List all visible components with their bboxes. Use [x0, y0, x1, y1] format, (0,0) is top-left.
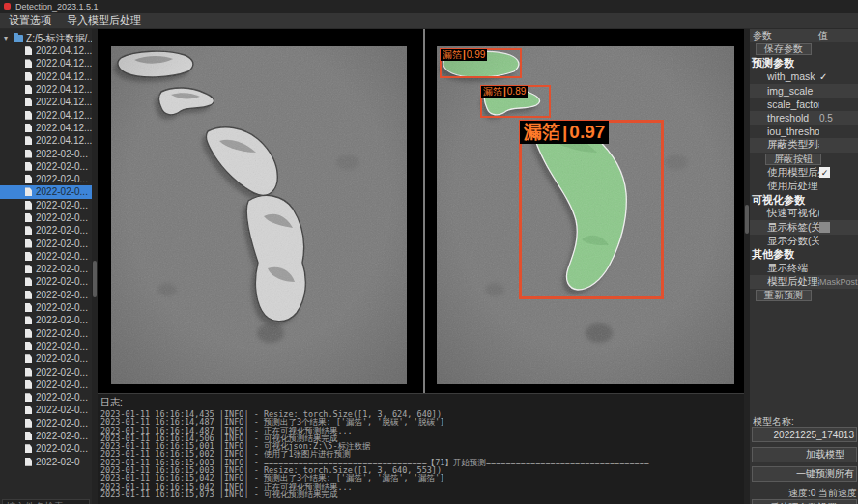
- tree-item-label: 2022-02-0...: [36, 225, 88, 236]
- detection-class: 漏箔: [524, 121, 560, 144]
- tree-item[interactable]: 2022.04.12...: [0, 70, 92, 83]
- tree-item[interactable]: 2022-02-0...: [0, 327, 92, 340]
- filename-search-input[interactable]: [2, 499, 90, 504]
- tree-item[interactable]: 2022.04.12...: [0, 57, 92, 70]
- tree-item[interactable]: 2022-02-0...: [0, 211, 92, 224]
- tree-item[interactable]: 2022-02-0...: [0, 365, 92, 378]
- tree-item[interactable]: 2022-02-0...: [0, 301, 92, 314]
- folder-icon: [14, 35, 23, 42]
- tree-item[interactable]: 2022.04.12...: [0, 83, 92, 96]
- tree-item[interactable]: 2022-02-0...: [0, 340, 92, 352]
- param-row[interactable]: with_mask✓: [750, 70, 858, 83]
- tree-scrollbar-thumb[interactable]: [93, 261, 97, 297]
- param-row[interactable]: 使用模型后处理✓: [750, 166, 858, 180]
- tree-item[interactable]: 2022-02-0...: [0, 417, 92, 430]
- file-icon: [25, 458, 32, 466]
- image-panel-divider[interactable]: [423, 29, 425, 393]
- param-button[interactable]: 重新预测: [756, 290, 812, 301]
- param-label: 显示终端: [750, 262, 819, 275]
- tree-item[interactable]: 2022-02-0...: [0, 173, 92, 185]
- tree-root-item[interactable]: ▾ Z:/5-标注数据/...: [0, 32, 92, 44]
- tree-item-label: 2022-02-0...: [36, 200, 88, 210]
- tree-item[interactable]: 2022-02-0...: [0, 160, 92, 173]
- predict-all-button[interactable]: 一键预测所有: [752, 466, 857, 482]
- tree-item[interactable]: 2022.04.12...: [0, 96, 92, 108]
- param-row[interactable]: 屏蔽类型列表: [750, 138, 858, 152]
- tree-item-label: 2022-02-0...: [36, 302, 88, 313]
- file-icon: [25, 239, 32, 248]
- tree-item-label: 2022.04.12...: [36, 84, 92, 95]
- postprocess-params-button[interactable]: 后处理参数设置: [752, 499, 857, 504]
- param-row[interactable]: 显示分数(关键点): [750, 235, 858, 248]
- tree-item[interactable]: 2022-02-0...: [0, 352, 92, 365]
- tree-item-label: 2022.04.12...: [36, 123, 92, 133]
- param-row[interactable]: 显示终端: [750, 262, 858, 275]
- menu-bar: 设置选项导入模型后处理: [0, 13, 858, 29]
- expander-icon[interactable]: ▾: [4, 34, 11, 42]
- param-row[interactable]: 使用后处理: [750, 180, 858, 193]
- file-icon: [25, 380, 32, 389]
- tree-item[interactable]: 2022-02-0...: [0, 314, 92, 326]
- tree-item[interactable]: 2022-02-0...: [0, 289, 92, 301]
- tree-item[interactable]: 2022-02-0...: [0, 442, 92, 455]
- param-row[interactable]: 快速可视化(检测): [750, 207, 858, 220]
- tree-item-label: 2022-02-0...: [36, 418, 88, 429]
- file-icon: [25, 291, 32, 299]
- tree-item[interactable]: 2022.04.12...: [0, 134, 92, 147]
- menu-item-0[interactable]: 设置选项: [9, 14, 51, 28]
- log-line: 2023-01-11 16:16:15,003 |INFO| - =======…: [98, 459, 744, 466]
- file-icon: [25, 111, 32, 120]
- tree-item[interactable]: 2022.04.12...: [0, 122, 92, 134]
- param-row[interactable]: threshold0.5: [750, 111, 858, 125]
- tree-item[interactable]: 2022.04.12...: [0, 44, 92, 57]
- param-button[interactable]: 屏蔽按钮: [765, 154, 821, 165]
- param-row[interactable]: 显示标签(关键点): [750, 220, 858, 234]
- param-label: 模型后处理器: [750, 275, 819, 289]
- file-icon: [25, 162, 32, 171]
- tree-item-label: 2022-02-0...: [36, 379, 88, 390]
- detection-score: 0.99: [467, 49, 485, 61]
- file-icon: [25, 303, 32, 312]
- tree-item[interactable]: 2022-02-0...: [0, 147, 92, 159]
- log-line: 2023-01-11 16:16:14,506 |INFO| - 可视化预测结果…: [98, 434, 744, 442]
- tree-item-label: 2022.04.12...: [36, 45, 92, 56]
- tree-item[interactable]: 2022-02-0...: [0, 185, 92, 198]
- tree-item[interactable]: 2022-02-0: [0, 456, 92, 468]
- tree-item[interactable]: 2022-02-0...: [0, 250, 92, 263]
- tree-item-label: 2022.04.12...: [36, 97, 92, 107]
- tree-item-label: 2022-02-0...: [36, 212, 88, 223]
- tree-item-label: 2022.04.12...: [36, 58, 92, 69]
- tree-item[interactable]: 2022-02-0...: [0, 391, 92, 404]
- checkbox-checked-icon[interactable]: ✓: [819, 167, 830, 178]
- param-row[interactable]: iou_threshold: [750, 125, 858, 138]
- menu-item-1[interactable]: 导入模型后处理: [67, 14, 141, 28]
- main-scrollbar-thumb[interactable]: [745, 205, 749, 234]
- tree-item[interactable]: 2022.04.12...: [0, 108, 92, 121]
- param-row[interactable]: scale_factor: [750, 98, 858, 111]
- tree-item[interactable]: 2022-02-0...: [0, 275, 92, 288]
- param-row[interactable]: 模型后处理器MaskPostPro: [750, 275, 858, 289]
- model-name-field[interactable]: 20221225_174813: [752, 427, 857, 442]
- tree-item[interactable]: 2022-02-0...: [0, 430, 92, 442]
- param-button[interactable]: 保存参数: [756, 43, 812, 55]
- tree-item[interactable]: 2022-02-0...: [0, 378, 92, 391]
- tree-item[interactable]: 2022-02-0...: [0, 263, 92, 275]
- tree-item-label: 2022-02-0...: [36, 443, 88, 454]
- file-icon: [25, 419, 32, 428]
- checkbox-empty-icon[interactable]: [819, 222, 830, 233]
- tree-item[interactable]: 2022-02-0...: [0, 224, 92, 237]
- file-icon: [25, 252, 32, 261]
- file-icon: [25, 150, 32, 158]
- tree-item[interactable]: 2022-02-0...: [0, 199, 92, 211]
- load-model-button[interactable]: 加载模型: [752, 447, 857, 462]
- tree-item[interactable]: 2022-02-0...: [0, 237, 92, 249]
- app-window: Detection_2023.1.5.1 设置选项导入模型后处理 ▾ Z:/5-…: [0, 0, 858, 504]
- tree-item[interactable]: 2022-02-0...: [0, 404, 92, 416]
- original-image: [111, 46, 407, 384]
- splitter-handle[interactable]: •••: [416, 393, 438, 395]
- file-icon: [25, 226, 32, 235]
- param-row[interactable]: img_scale: [750, 84, 858, 98]
- title-bar: Detection_2023.1.5.1: [0, 0, 858, 13]
- file-icon: [25, 59, 32, 68]
- tree-item-label: 2022-02-0...: [36, 328, 88, 339]
